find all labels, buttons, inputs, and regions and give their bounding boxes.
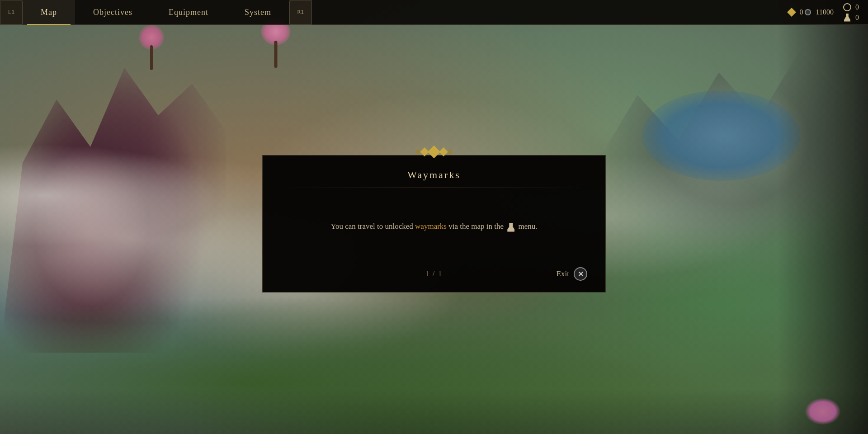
flask-inline-icon (507, 223, 514, 232)
tab-system-label: System (245, 8, 271, 17)
waymarks-modal: Waymarks You can travel to unlocked waym… (262, 155, 606, 292)
cherry-tree-left (138, 25, 165, 70)
modal-title: Waymarks (263, 156, 605, 188)
globe-icon (843, 3, 852, 12)
modal-top-decoration (416, 147, 452, 156)
globe-value: 0 (855, 3, 859, 11)
flask-icon (843, 13, 852, 22)
right-bumper-button[interactable]: R1 (289, 0, 312, 25)
deco-diamond-center (428, 146, 440, 158)
tab-objectives[interactable]: Objectives (75, 0, 151, 25)
exit-button[interactable]: Exit ✕ (557, 267, 587, 281)
exit-circle-icon: ✕ (574, 267, 587, 281)
tab-system[interactable]: System (226, 0, 289, 25)
currency-stat: 0 (787, 8, 803, 17)
flask-stat: 0 (843, 13, 859, 22)
record-stat: 11000 (803, 8, 834, 17)
page-total: 1 (438, 270, 443, 278)
modal-text-end: menu. (519, 222, 538, 231)
tab-map-label: Map (41, 8, 57, 17)
page-current: 1 (425, 270, 430, 278)
record-value: 11000 (816, 8, 834, 16)
deco-diamond-small-right (448, 149, 453, 154)
page-separator: / (433, 270, 438, 278)
tab-map[interactable]: Map (23, 0, 75, 25)
modal-text-highlight: waymarks (415, 222, 447, 231)
right-bumper-label: R1 (297, 9, 304, 15)
modal-text-after: via the map in the (447, 222, 504, 231)
terrain-water (642, 90, 800, 181)
tab-objectives-label: Objectives (93, 8, 132, 17)
modal-page-indicator: 1 / 1 (383, 270, 485, 278)
tab-equipment[interactable]: Equipment (151, 0, 226, 25)
modal-body: You can travel to unlocked waymarks via … (263, 188, 605, 260)
currency-value: 0 (800, 8, 803, 16)
left-bumper-label: L1 (8, 9, 14, 15)
tab-equipment-label: Equipment (169, 8, 208, 17)
modal-body-text: You can travel to unlocked waymarks via … (330, 220, 537, 232)
flask-value: 0 (855, 14, 859, 22)
diamond-icon (787, 8, 796, 17)
record-icon (803, 8, 812, 17)
modal-footer: 1 / 1 Exit ✕ (263, 260, 605, 292)
exit-label: Exit (557, 269, 569, 278)
left-bumper-button[interactable]: L1 (0, 0, 23, 25)
deco-diamond-small-left (415, 149, 420, 154)
modal-text-before: You can travel to unlocked (330, 222, 415, 231)
cherry-tree-center (260, 18, 292, 68)
petal-decoration (805, 398, 841, 425)
globe-stat: 0 (843, 3, 859, 12)
deco-diamond-right (439, 147, 448, 156)
top-nav: L1 Map Objectives Equipment System R1 0 … (0, 0, 868, 25)
